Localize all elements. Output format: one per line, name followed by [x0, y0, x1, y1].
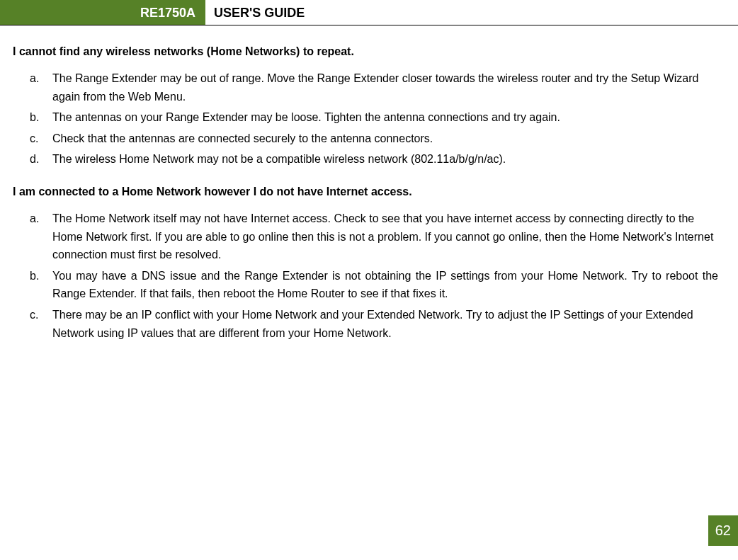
- list-marker: b.: [28, 267, 52, 303]
- document-header: RE1750A USER'S GUIDE: [0, 0, 738, 25]
- document-title: USER'S GUIDE: [205, 0, 305, 25]
- list-marker: d.: [28, 150, 52, 168]
- list-item: a. The Range Extender may be out of rang…: [28, 69, 718, 105]
- list-block-1: a. The Range Extender may be out of rang…: [28, 69, 718, 168]
- list-text: Check that the antennas are connected se…: [52, 130, 718, 148]
- list-marker: b.: [28, 108, 52, 127]
- list-text: The Home Network itself may not have Int…: [52, 210, 718, 264]
- list-item: c. There may be an IP conflict with your…: [28, 306, 718, 342]
- section-heading-1: I cannot find any wireless networks (Hom…: [13, 45, 718, 58]
- list-marker: c.: [28, 130, 52, 148]
- list-item: c. Check that the antennas are connected…: [28, 130, 718, 148]
- list-text: You may have a DNS issue and the Range E…: [52, 267, 718, 303]
- list-item: d. The wireless Home Network may not be …: [28, 150, 718, 168]
- list-item: b. You may have a DNS issue and the Rang…: [28, 267, 718, 303]
- list-text: There may be an IP conflict with your Ho…: [52, 306, 718, 342]
- list-text: The antennas on your Range Extender may …: [52, 108, 718, 127]
- list-item: b. The antennas on your Range Extender m…: [28, 108, 718, 127]
- list-text: The Range Extender may be out of range. …: [52, 69, 718, 105]
- list-marker: c.: [28, 306, 52, 342]
- section-heading-2: I am connected to a Home Network however…: [13, 185, 718, 198]
- list-block-2: a. The Home Network itself may not have …: [28, 210, 718, 342]
- document-content: I cannot find any wireless networks (Hom…: [0, 45, 738, 342]
- model-text: RE1750A: [140, 6, 195, 21]
- list-item: a. The Home Network itself may not have …: [28, 210, 718, 264]
- list-text: The wireless Home Network may not be a c…: [52, 150, 718, 168]
- list-marker: a.: [28, 210, 52, 264]
- model-badge: RE1750A: [0, 0, 205, 25]
- page-number: 62: [708, 515, 738, 546]
- list-marker: a.: [28, 69, 52, 105]
